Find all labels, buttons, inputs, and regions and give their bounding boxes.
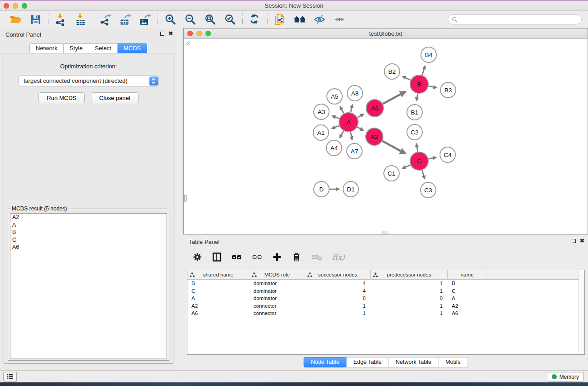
column-header-MCDS-role[interactable]: MCDS role [249, 270, 305, 279]
minimize-window-button[interactable] [13, 3, 18, 9]
add-column-icon[interactable] [272, 252, 282, 262]
mcds-result-item[interactable]: A2 [10, 214, 167, 221]
table-cell[interactable]: B [448, 280, 487, 287]
export-table-icon[interactable] [119, 13, 132, 26]
show-panels-list-button[interactable] [3, 372, 17, 381]
graph-edge[interactable] [402, 165, 411, 169]
table-row[interactable]: A6connector11A6 [187, 310, 584, 317]
show-panel-eye-icon[interactable] [333, 13, 346, 26]
table-cell[interactable]: 1 [371, 287, 448, 295]
network-close-button[interactable] [187, 31, 193, 36]
zoom-window-button[interactable] [22, 3, 27, 9]
table-row[interactable]: A2connector11A2 [187, 302, 584, 310]
graph-edge[interactable] [357, 114, 364, 118]
mcds-result-item[interactable]: A6 [10, 243, 167, 251]
close-table-panel-icon[interactable]: ✖ [580, 238, 584, 243]
table-cell[interactable]: A6 [187, 310, 249, 317]
tab-node-table[interactable]: Node Table [304, 357, 347, 367]
table-cell[interactable]: 1 [371, 302, 448, 310]
zoom-out-icon[interactable] [184, 13, 196, 26]
table-row[interactable]: Cdominator41C [187, 287, 584, 295]
graph-edge[interactable] [339, 131, 344, 138]
delete-column-trash-icon[interactable] [292, 252, 301, 262]
mcds-result-item[interactable]: B [10, 229, 167, 236]
float-panel-icon[interactable] [160, 32, 164, 36]
tab-network[interactable]: Network [29, 43, 64, 53]
table-cell[interactable]: C [187, 287, 249, 295]
save-icon[interactable] [29, 13, 42, 26]
table-cell[interactable]: B [187, 280, 249, 287]
graph-edge[interactable] [416, 143, 418, 152]
table-cell[interactable]: connector [249, 302, 305, 310]
network-window-titlebar[interactable]: testGlobe.txt [184, 29, 588, 39]
graph-edge[interactable] [382, 141, 406, 154]
table-cell[interactable]: 1 [305, 310, 371, 317]
table-cell[interactable]: 0 [371, 295, 448, 302]
graph-edge[interactable] [383, 91, 406, 104]
close-window-button[interactable] [4, 3, 9, 9]
result-scrollbar[interactable] [161, 214, 167, 358]
import-table-icon[interactable] [74, 13, 87, 26]
tab-select[interactable]: Select [89, 43, 118, 53]
graph-edge[interactable] [351, 105, 353, 113]
graph-edge[interactable] [332, 116, 339, 119]
export-network-icon[interactable] [99, 13, 112, 26]
table-cell[interactable]: A [448, 295, 487, 302]
table-cell[interactable]: 1 [371, 280, 448, 287]
optimization-criterion-select[interactable]: largest connected component (directed) [19, 76, 159, 86]
show-columns-icon[interactable] [212, 252, 222, 262]
zoom-in-icon[interactable] [164, 13, 177, 26]
table-cell[interactable]: connector [249, 310, 305, 317]
search-input[interactable] [460, 16, 578, 23]
import-network-icon[interactable] [54, 13, 67, 26]
graph-edge[interactable] [332, 126, 339, 129]
table-cell[interactable]: dominator [249, 287, 305, 295]
network-zoom-button[interactable] [206, 31, 211, 36]
select-all-icon[interactable] [231, 252, 242, 262]
column-header-successor-nodes[interactable]: successor nodes [305, 270, 371, 279]
table-row[interactable]: Bdominator41B [187, 280, 584, 287]
memory-button[interactable]: Memory [548, 372, 584, 381]
graph-edge[interactable] [429, 157, 437, 159]
table-cell[interactable]: A2 [187, 302, 249, 310]
column-header-name[interactable]: name [448, 270, 487, 279]
network-vertical-scrollbar[interactable] [184, 195, 187, 202]
column-header-shared-name[interactable]: shared name [187, 270, 249, 279]
table-cell[interactable]: 4 [305, 287, 371, 295]
open-folder-icon[interactable] [10, 13, 22, 26]
tab-network-table[interactable]: Network Table [389, 357, 439, 367]
hide-panel-eye-icon[interactable] [313, 13, 326, 26]
table-cell[interactable]: 8 [305, 295, 371, 302]
deselect-all-icon[interactable] [252, 252, 263, 262]
tab-style[interactable]: Style [64, 43, 89, 53]
resize-grip-icon[interactable] [184, 39, 190, 46]
network-canvas[interactable]: B4B2BB3A5A8A6A3B1AA1C2A2A4A7C4CC1C3DD1 [184, 39, 588, 234]
table-scrollbar[interactable] [578, 270, 584, 354]
mcds-result-item[interactable]: C [10, 236, 167, 244]
network-graph[interactable]: B4B2BB3A5A8A6A3B1AA1C2A2A4A7C4CC1C3DD1 [184, 39, 588, 234]
table-cell[interactable]: dominator [249, 295, 305, 302]
graph-edge[interactable] [402, 76, 411, 80]
tab-mcds[interactable]: MCDS [118, 43, 147, 53]
close-panel-icon[interactable]: ✖ [168, 31, 173, 36]
mcds-result-item[interactable]: A [10, 221, 167, 229]
graph-edge[interactable] [357, 127, 363, 131]
clone-network-icon[interactable] [273, 13, 286, 26]
table-row[interactable]: Adominator80A [187, 295, 584, 302]
graph-edge[interactable] [422, 66, 425, 75]
float-table-panel-icon[interactable] [572, 239, 576, 243]
export-image-icon[interactable] [139, 13, 152, 26]
graph-edge[interactable] [340, 106, 344, 113]
close-panel-button[interactable]: Close panel [91, 92, 139, 103]
mcds-result-list[interactable]: A2ABCA6 [10, 213, 167, 358]
tab-motifs[interactable]: Motifs [439, 357, 468, 367]
table-cell[interactable]: dominator [249, 280, 305, 287]
table-cell[interactable]: A6 [448, 310, 487, 317]
table-cell[interactable]: A [187, 295, 249, 302]
column-header-predecessor-nodes[interactable]: predecessor nodes [371, 270, 448, 279]
graph-edge[interactable] [429, 86, 437, 88]
zoom-fit-icon[interactable] [204, 13, 216, 26]
graph-edge[interactable] [422, 170, 425, 179]
tab-edge-table[interactable]: Edge Table [347, 357, 389, 367]
network-minimize-button[interactable] [196, 31, 202, 36]
